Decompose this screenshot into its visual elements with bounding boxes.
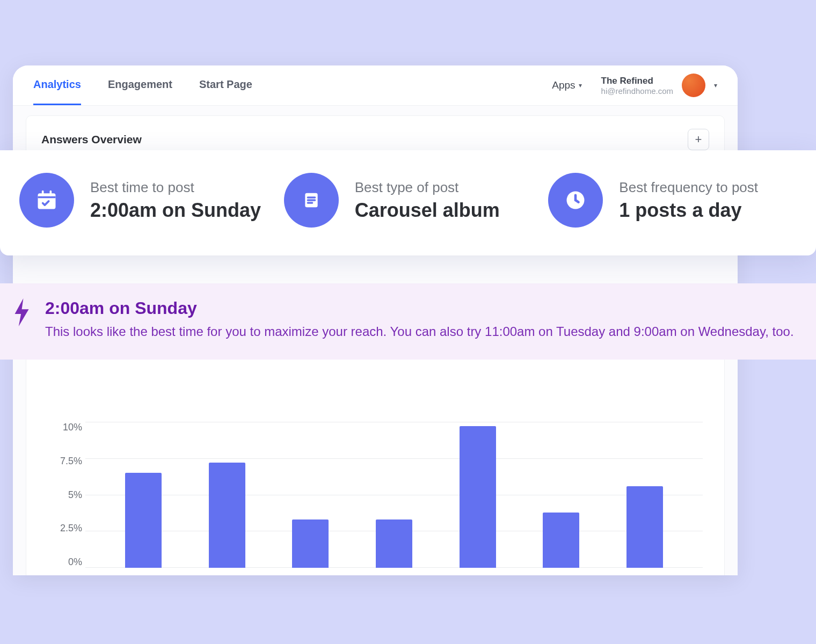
engagement-chart: 10%7.5%5%2.5%0% MTWTFSS xyxy=(85,422,703,575)
chart-bar xyxy=(543,513,579,568)
insight-strip: 2:00am on Sunday This looks like the bes… xyxy=(0,283,816,360)
lightning-icon xyxy=(13,298,32,328)
calendar-icon xyxy=(19,173,74,228)
chart-bar xyxy=(209,463,245,568)
chart-bar xyxy=(626,486,663,568)
tab-engagement[interactable]: Engagement xyxy=(108,65,172,105)
insight-body: This looks like the best time for you to… xyxy=(45,323,794,341)
add-button[interactable]: + xyxy=(688,129,709,150)
chart-card: 10%7.5%5%2.5%0% MTWTFSS xyxy=(26,352,725,575)
user-name: The Refined xyxy=(601,76,673,86)
avatar xyxy=(682,74,705,97)
insight-title: 2:00am on Sunday xyxy=(45,298,794,318)
stat-value: Carousel album xyxy=(355,199,500,222)
y-tick: 0% xyxy=(50,557,82,568)
clock-icon xyxy=(548,173,603,228)
stat-best-type: Best type of post Carousel album xyxy=(284,173,533,228)
chart-bar xyxy=(460,426,496,568)
stat-best-time: Best time to post 2:00am on Sunday xyxy=(19,173,268,228)
chart-bar xyxy=(292,519,329,568)
chart-bar xyxy=(376,519,412,568)
stat-label: Best type of post xyxy=(355,179,500,196)
document-icon xyxy=(284,173,339,228)
y-tick: 5% xyxy=(50,489,82,501)
user-email: hi@refindhome.com xyxy=(601,86,673,96)
stat-value: 2:00am on Sunday xyxy=(90,199,261,222)
stat-label: Best time to post xyxy=(90,179,261,196)
chart-bar xyxy=(125,473,162,568)
stat-label: Best frequency to post xyxy=(619,179,758,196)
user-menu[interactable]: The Refined hi@refindhome.com ▾ xyxy=(601,74,717,97)
stats-strip: Best time to post 2:00am on Sunday Best … xyxy=(0,150,816,255)
y-tick: 2.5% xyxy=(50,523,82,534)
plus-icon: + xyxy=(695,133,702,147)
chevron-down-icon: ▾ xyxy=(579,82,582,89)
stat-value: 1 posts a day xyxy=(619,199,758,222)
y-tick: 10% xyxy=(50,422,82,433)
chevron-down-icon: ▾ xyxy=(714,82,717,89)
tabs: Analytics Engagement Start Page xyxy=(33,65,252,105)
tab-analytics[interactable]: Analytics xyxy=(33,65,81,105)
tab-start-page[interactable]: Start Page xyxy=(199,65,252,105)
svg-rect-0 xyxy=(38,193,56,209)
stat-best-frequency: Best frequency to post 1 posts a day xyxy=(548,173,797,228)
y-tick: 7.5% xyxy=(50,456,82,467)
apps-dropdown[interactable]: Apps ▾ xyxy=(552,79,581,91)
topbar: Analytics Engagement Start Page Apps ▾ T… xyxy=(13,65,738,106)
apps-label: Apps xyxy=(552,79,575,91)
card-title: Answers Overview xyxy=(41,133,142,146)
